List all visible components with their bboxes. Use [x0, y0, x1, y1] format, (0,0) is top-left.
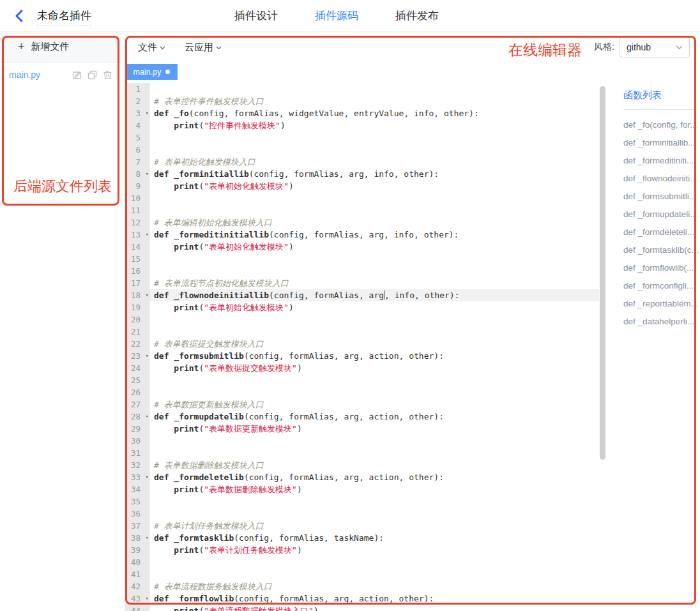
function-list-item[interactable]: def _formdeleteli... [623, 226, 700, 244]
code-line-content[interactable] [149, 313, 599, 326]
line-gutter[interactable]: 42 [125, 580, 149, 592]
code-line[interactable]: 6 [125, 144, 599, 156]
code-line-content[interactable]: def _fo(config, formAlias, widgetValue, … [149, 107, 599, 119]
code-line-content[interactable]: def _formupdatelib(config, formAlias, ar… [149, 411, 599, 423]
function-list-item[interactable]: def _formupdateli... [623, 208, 700, 226]
code-line[interactable]: 10 [125, 192, 599, 204]
fold-arrow-icon[interactable]: ▾ [146, 168, 149, 180]
code-line[interactable]: 26 [125, 386, 599, 398]
code-line-content[interactable] [149, 374, 599, 386]
line-gutter[interactable]: 24 [125, 362, 149, 374]
code-line[interactable]: 29 print("表单数据更新触发模块") [125, 423, 599, 435]
line-gutter[interactable]: 19 [125, 301, 149, 313]
code-line[interactable]: 36 [125, 508, 599, 520]
fold-arrow-icon[interactable]: ▾ [146, 107, 149, 119]
code-line-content[interactable]: # 表单初始化触发模块入口 [149, 156, 599, 168]
code-line-content[interactable] [149, 386, 599, 398]
fold-arrow-icon[interactable]: ▾ [146, 350, 149, 362]
line-gutter[interactable]: 21 [125, 326, 149, 338]
line-gutter[interactable]: 30 [125, 435, 149, 447]
line-gutter[interactable]: 20 [125, 313, 149, 326]
code-line-content[interactable]: def _formdeletelib(config, formAlias, ar… [149, 471, 599, 483]
code-line-content[interactable] [149, 568, 599, 580]
fold-arrow-icon[interactable]: ▾ [146, 532, 149, 544]
code-line-content[interactable] [149, 192, 599, 204]
code-line-content[interactable]: print("控件事件触发模块") [149, 119, 599, 132]
code-line[interactable]: 14 print("表单初始化触发模块") [125, 241, 599, 253]
function-list-item[interactable]: def _formconfigli... [623, 280, 700, 298]
file-name[interactable]: main.py [9, 70, 72, 80]
code-line[interactable]: 37# 表单计划任务触发模块入口 [125, 520, 599, 532]
code-line[interactable]: 28▾def _formupdatelib(config, formAlias,… [125, 411, 599, 423]
code-line-content[interactable]: def _flownodeinitiallib(config, formAlia… [149, 289, 599, 301]
code-line[interactable]: 5 [125, 132, 599, 144]
code-line[interactable]: 23▾def _formsubmitlib(config, formAlias,… [125, 350, 599, 362]
code-line[interactable]: 12# 表单编辑初始化触发模块入口 [125, 216, 599, 229]
line-gutter[interactable]: 33▾ [125, 471, 149, 483]
code-line-content[interactable] [149, 508, 599, 520]
code-line-content[interactable]: # 表单编辑初始化触发模块入口 [149, 216, 599, 229]
menu-dropdown[interactable]: 云应用 [185, 41, 222, 54]
line-gutter[interactable]: 7 [125, 156, 149, 168]
header-tab-item[interactable]: 插件发布 [395, 8, 439, 23]
code-line-content[interactable] [149, 435, 599, 447]
line-gutter[interactable]: 6 [125, 144, 149, 156]
menu-dropdown[interactable]: 文件 [138, 41, 165, 54]
add-file-button[interactable]: + 新增文件 [0, 32, 121, 63]
code-line-content[interactable]: print("表单数据更新触发模块") [149, 423, 599, 435]
code-line[interactable]: 15 [125, 253, 599, 265]
line-gutter[interactable]: 18▾ [125, 289, 149, 301]
code-line-content[interactable] [149, 265, 599, 277]
code-line[interactable]: 19 print("表单初始化触发模块") [125, 301, 599, 313]
code-line-content[interactable]: # 表单计划任务触发模块入口 [149, 520, 599, 532]
line-gutter[interactable]: 15 [125, 253, 149, 265]
code-line-content[interactable]: print("表单初始化触发模块") [149, 301, 599, 313]
code-line[interactable]: 1 [125, 83, 599, 95]
delete-icon[interactable] [103, 70, 112, 80]
line-gutter[interactable]: 23▾ [125, 350, 149, 362]
line-gutter[interactable]: 5 [125, 132, 149, 144]
code-line[interactable]: 35 [125, 495, 599, 508]
line-gutter[interactable]: 37 [125, 520, 149, 532]
fold-arrow-icon[interactable]: ▾ [146, 592, 149, 605]
function-list-item[interactable]: def _datahelperli... [623, 315, 700, 333]
function-list-item[interactable]: def _formeditiniti... [623, 155, 700, 172]
line-gutter[interactable]: 44 [125, 605, 149, 611]
code-line[interactable]: 44 print("表单流程数据触发模块入口") [125, 605, 599, 611]
line-gutter[interactable]: 26 [125, 386, 149, 398]
header-tab-active[interactable]: 插件源码 [315, 8, 358, 23]
code-line[interactable]: 3▾def _fo(config, formAlias, widgetValue… [125, 107, 599, 119]
copy-icon[interactable] [88, 70, 97, 80]
function-list-item[interactable]: def _formtasklib(c... [623, 244, 700, 262]
file-list-item[interactable]: main.py [0, 63, 121, 87]
function-list-item[interactable]: def _formsubmitli... [623, 190, 700, 208]
line-gutter[interactable]: 38▾ [125, 532, 149, 544]
code-line[interactable]: 21 [125, 326, 599, 338]
function-list-item[interactable]: def _reporttablem... [623, 298, 700, 315]
function-list-item[interactable]: def _flownodeiniti... [623, 172, 700, 190]
line-gutter[interactable]: 10 [125, 192, 149, 204]
code-line-content[interactable]: def _formeditinitiallib(config, formAlia… [149, 229, 599, 241]
code-line[interactable]: 18▾def _flownodeinitiallib(config, formA… [125, 289, 599, 301]
code-line-content[interactable]: print("表单初始化触发模块") [149, 180, 599, 192]
function-list-item[interactable]: def _formflowlib(... [623, 262, 700, 280]
code-line-content[interactable] [149, 495, 599, 508]
line-gutter[interactable]: 12 [125, 216, 149, 229]
code-line[interactable]: 32# 表单数据删除触发模块入口 [125, 459, 599, 471]
line-gutter[interactable]: 41 [125, 568, 149, 580]
line-gutter[interactable]: 8▾ [125, 168, 149, 180]
code-line[interactable]: 17# 表单流程节点初始化触发模块入口 [125, 277, 599, 289]
edit-icon[interactable] [72, 70, 82, 80]
code-line[interactable]: 22# 表单数据提交触发模块入口 [125, 338, 599, 350]
code-line-content[interactable]: # 表单流程节点初始化触发模块入口 [149, 277, 599, 289]
line-gutter[interactable]: 31 [125, 447, 149, 459]
line-gutter[interactable]: 29 [125, 423, 149, 435]
code-line-content[interactable] [149, 83, 599, 95]
line-gutter[interactable]: 35 [125, 495, 149, 508]
line-gutter[interactable]: 25 [125, 374, 149, 386]
code-line-content[interactable]: # 表单数据更新触发模块入口 [149, 398, 599, 411]
line-gutter[interactable]: 2 [125, 95, 149, 107]
code-line-content[interactable]: # 表单数据删除触发模块入口 [149, 459, 599, 471]
code-line-content[interactable]: # 表单数据提交触发模块入口 [149, 338, 599, 350]
code-line-content[interactable] [149, 556, 599, 568]
